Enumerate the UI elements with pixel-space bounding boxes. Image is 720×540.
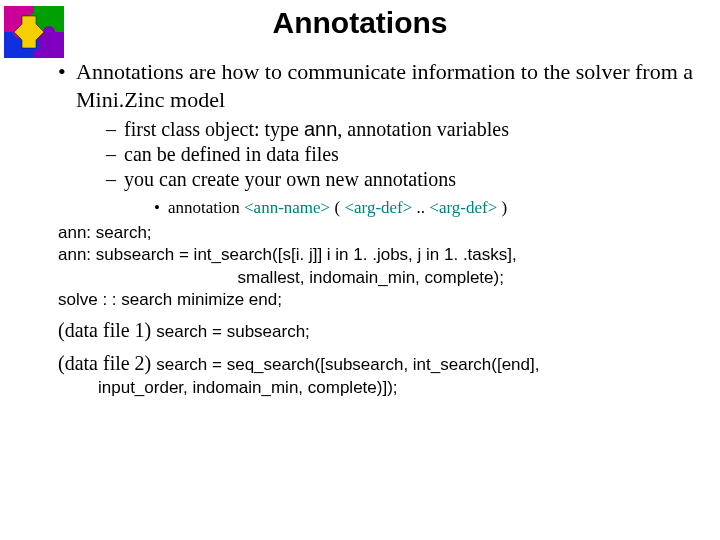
sub3-text: you can create your own new annotations <box>124 168 456 190</box>
df2-tail: search = seq_search([subsearch, int_sear… <box>156 355 539 374</box>
syntax-d: <arg-def> <box>344 198 412 217</box>
sub1-b: , annotation variables <box>337 118 509 140</box>
bullet-main: •Annotations are how to communicate info… <box>18 58 702 113</box>
svg-point-6 <box>43 26 55 38</box>
data-file-1: (data file 1) search = subsearch; <box>18 317 702 344</box>
df1-tail: search = subsearch; <box>156 322 310 341</box>
slide-title: Annotations <box>0 0 720 40</box>
syntax-a: annotation <box>168 198 244 217</box>
sub1-ann-keyword: ann <box>304 118 337 140</box>
code-line-2: ann: subsearch = int_search([s[i. j]] i … <box>58 244 702 266</box>
code-line-3: smallest, indomain_min, complete); <box>58 267 702 289</box>
syntax-b: <ann-name> <box>244 198 330 217</box>
puzzle-logo <box>4 6 64 58</box>
slide-content: •Annotations are how to communicate info… <box>0 40 720 400</box>
df2-lead: (data file 2) <box>58 352 156 374</box>
sub2-text: can be defined in data files <box>124 143 339 165</box>
syntax-line: •annotation <ann-name> ( <arg-def> .. <a… <box>18 198 702 218</box>
sub-bullet-1: –first class object: type ann, annotatio… <box>18 117 702 142</box>
syntax-g: ) <box>497 198 507 217</box>
syntax-e: .. <box>412 198 429 217</box>
sub-bullet-3: –you can create your own new annotations <box>18 167 702 192</box>
code-block: ann: search; ann: subsearch = int_search… <box>18 222 702 310</box>
sub-bullet-2: –can be defined in data files <box>18 142 702 167</box>
code-line-4: solve : : search minimize end; <box>58 289 702 311</box>
bullet-main-text-b: Zinc model <box>124 87 225 112</box>
data-file-2: (data file 2) search = seq_search([subse… <box>18 350 702 377</box>
syntax-c: ( <box>330 198 344 217</box>
syntax-f: <arg-def> <box>429 198 497 217</box>
df1-lead: (data file 1) <box>58 319 156 341</box>
data-file-2-cont: input_order, indomain_min, complete)]); <box>18 377 702 400</box>
sub1-a: first class object: type <box>124 118 304 140</box>
code-line-1: ann: search; <box>58 222 702 244</box>
